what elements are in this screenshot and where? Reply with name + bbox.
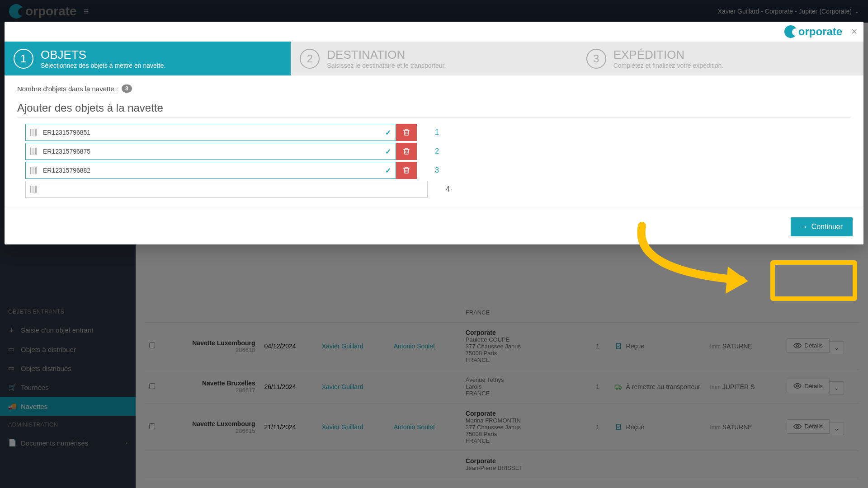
object-input-empty[interactable]: [25, 181, 428, 198]
count-label: Nombre d'objets dans la navette :: [17, 85, 118, 93]
count-badge: 3: [122, 84, 132, 93]
row-number: 1: [435, 128, 439, 136]
check-icon: ✓: [385, 166, 391, 175]
add-objects-title: Ajouter des objets à la navette: [17, 102, 851, 117]
object-row: ER12315796875 ✓ 2: [25, 143, 851, 160]
trash-icon: [402, 147, 410, 155]
continue-button[interactable]: → Continuer: [791, 217, 853, 236]
step-subtitle: Complétez et finalisez votre expédition.: [613, 62, 724, 69]
row-number: 3: [435, 166, 439, 174]
object-code: ER12315796875: [43, 148, 385, 155]
step-number: 3: [586, 49, 606, 69]
close-button[interactable]: ×: [851, 26, 857, 38]
object-code: ER12315796851: [43, 129, 385, 136]
wizard-step-2[interactable]: 2 DESTINATION Saisissez le destinataire …: [291, 42, 577, 75]
check-icon: ✓: [385, 128, 391, 137]
object-code: ER12315796882: [43, 167, 385, 174]
object-input-filled[interactable]: ER12315796875 ✓: [25, 143, 396, 160]
step-subtitle: Saisissez le destinataire et le transpor…: [327, 62, 446, 69]
delete-button[interactable]: [396, 162, 417, 179]
trash-icon: [402, 128, 410, 136]
barcode-icon: [30, 148, 38, 155]
step-subtitle: Sélectionnez des objets à mettre en nave…: [41, 62, 165, 69]
barcode-icon: [30, 129, 38, 136]
object-row: ER12315796882 ✓ 3: [25, 162, 851, 179]
modal-brand-icon: [784, 25, 797, 38]
object-code-input[interactable]: [43, 186, 423, 193]
wizard-steps: 1 OBJETS Sélectionnez des objets à mettr…: [5, 42, 863, 75]
row-number: 2: [435, 147, 439, 155]
wizard-modal: orporate × 1 OBJETS Sélectionnez des obj…: [5, 22, 863, 244]
step-number: 2: [300, 49, 320, 69]
barcode-icon: [30, 186, 38, 193]
barcode-icon: [30, 167, 38, 174]
arrow-right-icon: →: [801, 223, 808, 231]
modal-brand-text: orporate: [798, 25, 842, 38]
step-title: OBJETS: [41, 48, 165, 62]
object-row: ER12315796851 ✓ 1: [25, 124, 851, 141]
wizard-step-3[interactable]: 3 EXPÉDITION Complétez et finalisez votr…: [577, 42, 863, 75]
step-title: EXPÉDITION: [613, 48, 724, 62]
object-count: Nombre d'objets dans la navette : 3: [17, 84, 851, 93]
row-number: 4: [446, 185, 450, 193]
object-input-filled[interactable]: ER12315796851 ✓: [25, 124, 396, 141]
wizard-step-1[interactable]: 1 OBJETS Sélectionnez des objets à mettr…: [5, 42, 291, 75]
continue-label: Continuer: [811, 223, 843, 231]
delete-button[interactable]: [396, 124, 417, 141]
check-icon: ✓: [385, 147, 391, 156]
object-row-empty: 4: [25, 181, 851, 198]
step-number: 1: [14, 49, 33, 69]
modal-brand-logo: orporate: [784, 25, 842, 38]
delete-button[interactable]: [396, 143, 417, 160]
trash-icon: [402, 166, 410, 174]
step-title: DESTINATION: [327, 48, 446, 62]
object-input-filled[interactable]: ER12315796882 ✓: [25, 162, 396, 179]
